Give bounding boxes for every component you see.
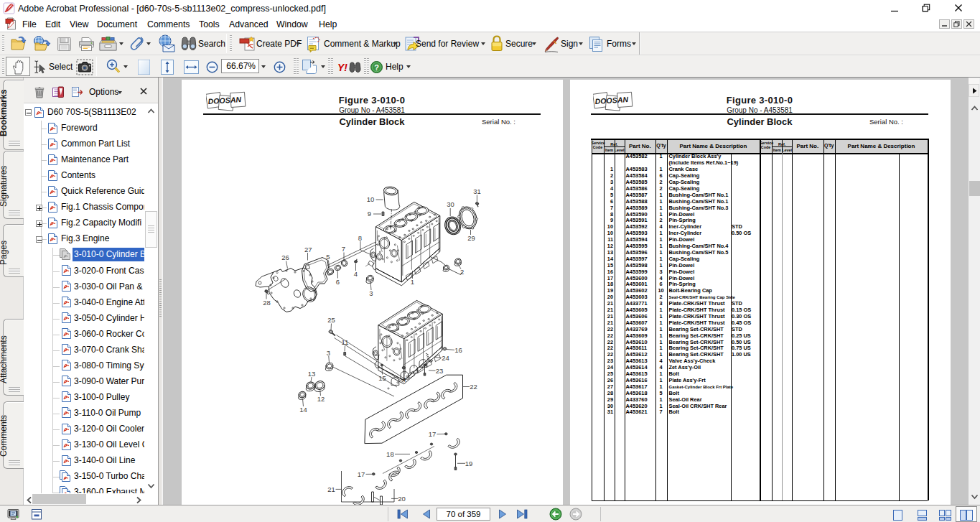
svg-text:25: 25 <box>327 316 335 324</box>
svg-text:15: 15 <box>378 374 386 382</box>
svg-text:11: 11 <box>342 338 349 346</box>
svg-text:17: 17 <box>358 470 365 478</box>
svg-text:24: 24 <box>442 354 449 362</box>
svg-text:1: 1 <box>411 278 414 286</box>
svg-text:?: ? <box>374 63 379 72</box>
svg-text:8: 8 <box>358 234 362 242</box>
svg-text:14: 14 <box>299 406 307 414</box>
svg-text:23: 23 <box>436 367 444 375</box>
svg-text:22: 22 <box>470 383 477 391</box>
svg-text:27: 27 <box>304 246 312 253</box>
svg-text:16: 16 <box>454 346 462 354</box>
svg-text:21: 21 <box>327 485 335 493</box>
svg-text:6: 6 <box>336 278 340 286</box>
svg-text:9: 9 <box>368 210 371 218</box>
svg-text:3: 3 <box>369 289 373 297</box>
svg-text:18: 18 <box>386 450 394 458</box>
svg-text:30: 30 <box>447 200 454 208</box>
svg-text:17: 17 <box>429 430 437 438</box>
svg-text:10: 10 <box>367 195 375 203</box>
svg-text:31: 31 <box>473 187 481 195</box>
svg-text:19: 19 <box>465 460 473 467</box>
svg-text:28: 28 <box>263 299 271 307</box>
svg-text:20: 20 <box>398 495 406 503</box>
svg-text:3: 3 <box>327 349 330 357</box>
svg-text:26: 26 <box>281 253 289 261</box>
svg-text:4: 4 <box>354 270 358 278</box>
svg-text:13: 13 <box>308 370 316 378</box>
svg-text:7: 7 <box>342 245 345 253</box>
svg-text:12: 12 <box>317 395 325 403</box>
svg-text:29: 29 <box>467 234 475 242</box>
